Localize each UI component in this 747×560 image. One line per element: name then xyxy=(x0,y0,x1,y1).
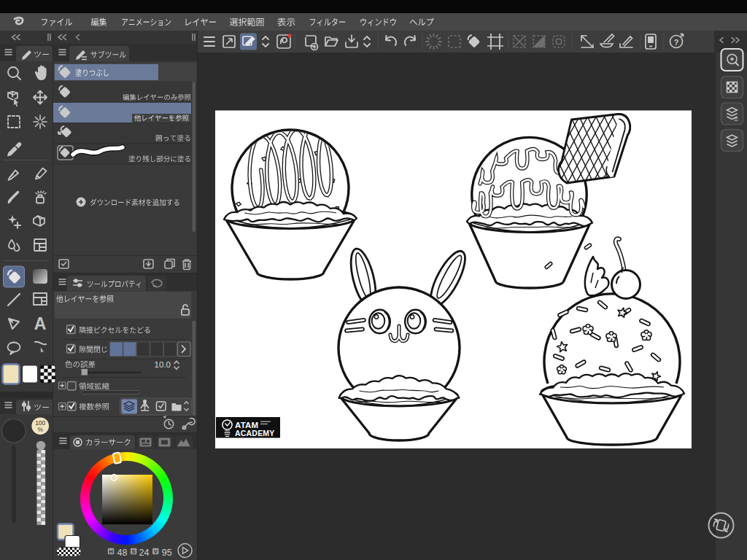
svg-text:10.0: 10.0 xyxy=(155,360,171,369)
svg-text:95: 95 xyxy=(162,548,172,558)
svg-text:%: % xyxy=(37,426,43,433)
svg-text:24: 24 xyxy=(139,548,150,558)
svg-text:S: S xyxy=(132,548,136,555)
svg-text:48: 48 xyxy=(117,548,128,558)
svg-text:H: H xyxy=(109,548,113,555)
svg-text:?: ? xyxy=(674,38,679,47)
svg-text:V: V xyxy=(154,548,158,555)
svg-text:A: A xyxy=(34,314,47,333)
svg-text:ACADEMY: ACADEMY xyxy=(235,429,275,438)
